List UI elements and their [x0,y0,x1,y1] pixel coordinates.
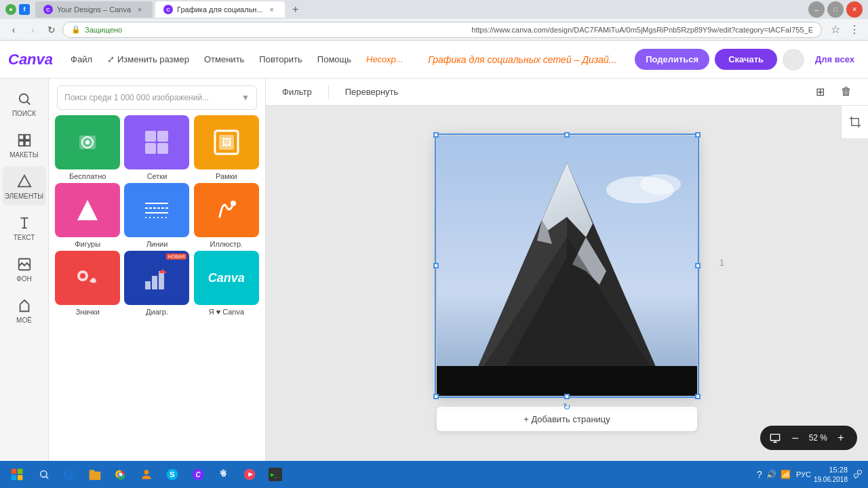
category-shapes-label: Фигуры [75,240,100,248]
category-canva[interactable]: Canva Я ♥ Canva [193,251,260,316]
category-free[interactable]: Бесплатно [54,115,121,180]
sidebar-item-layouts[interactable]: МАКЕТЫ [3,125,46,164]
mountain-image [437,136,697,396]
taskbar-settings-icon[interactable] [212,462,236,487]
taskbar-help-icon[interactable]: ? [757,469,762,480]
svg-point-13 [85,140,90,144]
tab-your-designs[interactable]: C Your Designs – Canva × [35,1,153,18]
user-avatar[interactable] [783,49,804,70]
taskbar-canva-icon[interactable]: C [186,462,210,487]
category-canva-thumb: Canva [194,251,259,305]
present-icon[interactable] [768,431,782,445]
back-button[interactable]: ‹ [5,22,22,38]
svg-rect-15 [157,131,168,142]
svg-rect-4 [18,141,23,146]
my-icon [15,296,34,315]
taskbar-ie-icon[interactable] [57,462,81,487]
taskbar-search-icon[interactable] [34,461,54,488]
refresh-button[interactable]: ↻ [43,22,60,38]
svg-text:S: S [170,470,175,479]
category-frames[interactable]: 🖼 Рамки [193,115,260,180]
tab-current-design[interactable]: C Графика для социальн... × [155,1,285,18]
svg-rect-43 [851,119,859,126]
sidebar-item-search[interactable]: ПОИСК [3,84,46,123]
minimize-button[interactable]: – [808,1,825,18]
taskbar-folder-icon[interactable] [83,462,107,487]
browser-window: ● f C Your Designs – Canva × C Графика д… [0,0,868,461]
right-panel [841,106,868,138]
forall-button[interactable]: Для всех [810,50,860,68]
zoom-out-button[interactable]: – [787,430,804,446]
category-grids[interactable]: Сетки [123,115,190,180]
filter-button[interactable]: Фильтр [277,84,317,100]
svg-point-62 [144,470,149,474]
download-button[interactable]: Скачать [715,49,777,70]
svg-rect-2 [18,135,23,140]
flip-button[interactable]: Перевернуть [340,84,404,100]
sidebar-item-background-label: ФОН [16,275,32,283]
maximize-button[interactable]: □ [827,1,844,18]
category-charts[interactable]: НОВАЯ Диагр. [123,251,190,316]
svg-rect-54 [18,475,23,481]
sidebar-item-background[interactable]: ФОН [3,249,46,288]
search-box[interactable]: Поиск среди 1 000 000 изображений... ▼ [57,85,257,110]
category-lines[interactable]: Линии [123,183,190,248]
canvas-area: Фильтр Перевернуть ⊞ 🗑 [266,79,868,461]
header-actions: Поделиться Скачать Для всех [635,49,860,70]
menu-help[interactable]: Помощь [311,50,358,68]
category-lines-thumb [124,183,189,237]
category-illustr[interactable]: Иллюстр. [193,183,260,248]
rotate-handle[interactable]: ↻ [561,401,572,412]
start-button[interactable] [0,461,34,488]
extensions-button[interactable]: ⋮ [846,22,863,38]
grid-view-icon[interactable]: ⊞ [810,83,830,101]
taskbar-time-block: 15:28 19.06.2018 [814,465,848,483]
taskbar-notification-icon[interactable]: 🗪 [853,469,863,480]
sidebar-item-my[interactable]: МОЁ [3,291,46,329]
delete-icon[interactable]: 🗑 [835,83,857,101]
svg-rect-3 [24,135,29,140]
svg-marker-21 [77,200,98,220]
taskbar-user-icon[interactable] [134,462,159,487]
svg-rect-31 [159,271,164,289]
taskbar-icons: S C ▶_ [54,462,290,487]
category-free-thumb [55,115,120,169]
svg-rect-14 [145,131,156,142]
sidebar-item-text[interactable]: ТЕКСТ [3,208,46,247]
address-text: Защищено [85,26,465,34]
sidebar-item-elements[interactable]: ЭЛЕМЕНТЫ [3,167,46,205]
menu-file[interactable]: Файл [64,50,99,68]
taskbar-skype-icon[interactable]: S [160,462,184,487]
forward-button[interactable]: › [24,22,41,38]
category-grids-label: Сетки [147,172,167,180]
search-icon [15,89,34,108]
svg-line-1 [27,102,30,104]
close-button[interactable]: × [846,1,863,18]
category-shapes[interactable]: Фигуры [54,183,121,248]
category-icons[interactable]: Значки [54,251,121,316]
taskbar-media-icon[interactable] [237,462,262,487]
taskbar-terminal-icon[interactable]: ▶_ [263,462,288,487]
tab-close-2[interactable]: × [267,5,277,14]
svg-point-0 [19,94,28,103]
new-tab-button[interactable]: + [288,1,304,18]
menu-resize[interactable]: ⤢ Изменить размер [100,50,196,68]
tab-close-1[interactable]: × [135,5,144,14]
zoom-in-button[interactable]: + [833,430,849,446]
crop-button[interactable] [844,111,866,133]
taskbar-chrome-icon[interactable] [108,462,133,487]
main-workspace: ПОИСК МАКЕТЫ [0,79,868,461]
canvas-page[interactable]: ↻ 1 [437,136,697,396]
address-bar[interactable]: 🔒 Защищено https://www.canva.com/design/… [62,22,822,38]
svg-rect-17 [157,143,168,154]
bookmark-button[interactable]: ☆ [827,22,844,38]
canva-logo[interactable]: Canva [8,51,53,68]
menu-undo[interactable]: Отменить [197,50,251,68]
taskbar-date: 19.06.2018 [814,475,848,484]
taskbar-speaker-icon[interactable]: 🔊 [766,470,776,479]
taskbar-network-icon[interactable]: 📶 [781,470,791,479]
menu-redo[interactable]: Повторить [252,50,309,68]
share-button[interactable]: Поделиться [635,49,709,70]
layout-icon [15,131,34,150]
category-illustr-thumb [194,183,259,237]
